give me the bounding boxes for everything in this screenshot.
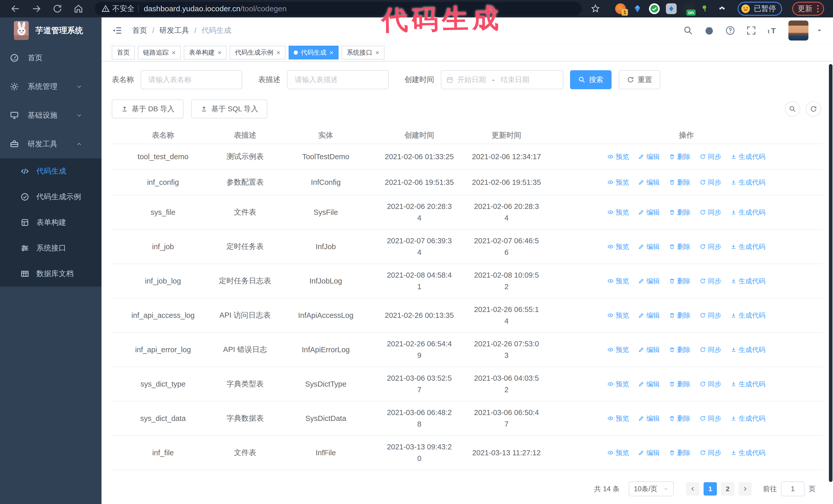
action-sync-link[interactable]: 同步 — [700, 178, 721, 187]
font-size-icon[interactable]: tT — [767, 26, 777, 35]
action-sync-link[interactable]: 同步 — [700, 414, 721, 423]
action-preview-link[interactable]: 预览 — [608, 208, 629, 217]
action-sync-link[interactable]: 同步 — [700, 380, 721, 389]
action-generate-link[interactable]: 生成代码 — [731, 277, 765, 286]
sidebar-subitem-4[interactable]: 数据库文档 — [0, 261, 101, 287]
browser-update-button[interactable]: 更新 — [792, 2, 824, 16]
action-edit-link[interactable]: 编辑 — [638, 414, 660, 423]
action-preview-link[interactable]: 预览 — [608, 448, 629, 457]
close-icon[interactable]: × — [218, 49, 221, 56]
sidebar-item-3[interactable]: 研发工具 — [0, 130, 101, 159]
extension-grid-icon[interactable] — [666, 3, 677, 14]
action-edit-link[interactable]: 编辑 — [638, 345, 660, 354]
user-avatar[interactable] — [788, 21, 808, 41]
sidebar-subitem-3[interactable]: 系统接口 — [0, 235, 101, 261]
action-generate-link[interactable]: 生成代码 — [731, 311, 765, 320]
next-page-button[interactable] — [738, 482, 752, 496]
breadcrumb-tools[interactable]: 研发工具 — [160, 25, 189, 35]
action-delete-link[interactable]: 删除 — [669, 414, 690, 423]
action-generate-link[interactable]: 生成代码 — [731, 448, 765, 457]
action-generate-link[interactable]: 生成代码 — [731, 345, 765, 354]
page-button-2[interactable]: 2 — [721, 482, 734, 496]
page-button-1[interactable]: 1 — [704, 482, 717, 496]
action-delete-link[interactable]: 删除 — [669, 311, 690, 320]
action-edit-link[interactable]: 编辑 — [638, 242, 660, 251]
action-sync-link[interactable]: 同步 — [700, 345, 721, 354]
sidebar-subitem-0[interactable]: 代码生成 — [0, 159, 101, 184]
sidebar-subitem-2[interactable]: 表单构建 — [0, 210, 101, 235]
fullscreen-icon[interactable] — [746, 26, 756, 35]
page-size-select[interactable]: 10条/页 — [629, 481, 674, 496]
action-sync-link[interactable]: 同步 — [700, 152, 721, 161]
sidebar-fold-icon[interactable] — [112, 25, 122, 36]
tab-0[interactable]: 首页 — [112, 46, 135, 59]
action-sync-link[interactable]: 同步 — [700, 208, 721, 217]
tab-5[interactable]: 系统接口× — [342, 46, 384, 59]
action-preview-link[interactable]: 预览 — [608, 277, 629, 286]
sidebar-item-1[interactable]: 系统管理 — [0, 72, 101, 101]
action-generate-link[interactable]: 生成代码 — [731, 380, 765, 389]
action-delete-link[interactable]: 删除 — [669, 345, 690, 354]
extension-colorpicker-icon[interactable]: 1 — [615, 3, 626, 14]
action-delete-link[interactable]: 删除 — [669, 242, 690, 251]
action-edit-link[interactable]: 编辑 — [638, 380, 660, 389]
action-delete-link[interactable]: 删除 — [669, 178, 690, 187]
breadcrumb-home[interactable]: 首页 — [132, 25, 147, 35]
extension-check-icon[interactable] — [649, 3, 660, 14]
close-icon[interactable]: × — [376, 49, 379, 56]
action-preview-link[interactable]: 预览 — [608, 311, 629, 320]
extension-dark-icon[interactable]: on — [683, 3, 694, 14]
action-sync-link[interactable]: 同步 — [700, 242, 721, 251]
caret-down-icon[interactable] — [816, 27, 823, 34]
show-search-button[interactable] — [785, 101, 800, 117]
close-icon[interactable]: × — [172, 49, 175, 56]
bookmark-star-icon[interactable] — [591, 4, 600, 14]
table-desc-input[interactable] — [287, 70, 388, 89]
page-scrollbar[interactable] — [829, 64, 832, 482]
app-logo[interactable]: 芋道管理系统 — [0, 18, 101, 44]
action-generate-link[interactable]: 生成代码 — [731, 152, 765, 161]
date-range-picker[interactable]: 开始日期 - 结束日期 — [441, 70, 563, 89]
action-generate-link[interactable]: 生成代码 — [731, 178, 765, 187]
action-delete-link[interactable]: 删除 — [669, 448, 690, 457]
action-sync-link[interactable]: 同步 — [700, 311, 721, 320]
action-preview-link[interactable]: 预览 — [608, 242, 629, 251]
tab-4[interactable]: 代码生成× — [289, 46, 339, 59]
sidebar-item-2[interactable]: 基础设施 — [0, 101, 101, 130]
extension-puzzle-icon[interactable] — [717, 3, 728, 14]
action-generate-link[interactable]: 生成代码 — [731, 208, 765, 217]
search-icon[interactable] — [683, 26, 693, 35]
extension-gem-icon[interactable] — [632, 3, 643, 14]
action-delete-link[interactable]: 删除 — [669, 208, 690, 217]
url-path[interactable]: /tool/codegen — [240, 4, 287, 13]
action-edit-link[interactable]: 编辑 — [638, 311, 660, 320]
action-edit-link[interactable]: 编辑 — [638, 208, 660, 217]
help-icon[interactable] — [725, 26, 735, 35]
refresh-table-button[interactable] — [806, 101, 821, 117]
action-generate-link[interactable]: 生成代码 — [731, 242, 765, 251]
profile-paused-pill[interactable]: 已暂停 — [738, 2, 782, 16]
action-edit-link[interactable]: 编辑 — [638, 448, 660, 457]
goto-page-input[interactable] — [781, 481, 805, 496]
url-domain[interactable]: dashboard.yudao.iocoder.cn — [144, 4, 240, 13]
forward-icon[interactable] — [31, 4, 42, 14]
tab-2[interactable]: 表单构建× — [184, 46, 227, 59]
close-icon[interactable]: × — [330, 49, 333, 56]
security-label[interactable]: 不安全 — [112, 4, 135, 14]
home-icon[interactable] — [73, 4, 84, 14]
back-icon[interactable] — [10, 4, 21, 14]
action-edit-link[interactable]: 编辑 — [638, 178, 660, 187]
action-edit-link[interactable]: 编辑 — [638, 152, 660, 161]
import-sql-button[interactable]: 基于 SQL 导入 — [191, 99, 267, 118]
action-edit-link[interactable]: 编辑 — [638, 277, 660, 286]
action-preview-link[interactable]: 预览 — [608, 178, 629, 187]
action-preview-link[interactable]: 预览 — [608, 152, 629, 161]
tab-3[interactable]: 代码生成示例× — [230, 46, 285, 59]
action-generate-link[interactable]: 生成代码 — [731, 414, 765, 423]
reset-button[interactable]: 重置 — [619, 70, 660, 89]
search-button[interactable]: 搜索 — [570, 70, 612, 89]
menu-kebab-icon[interactable] — [817, 5, 819, 12]
action-delete-link[interactable]: 删除 — [669, 152, 690, 161]
action-delete-link[interactable]: 删除 — [669, 277, 690, 286]
action-delete-link[interactable]: 删除 — [669, 380, 690, 389]
